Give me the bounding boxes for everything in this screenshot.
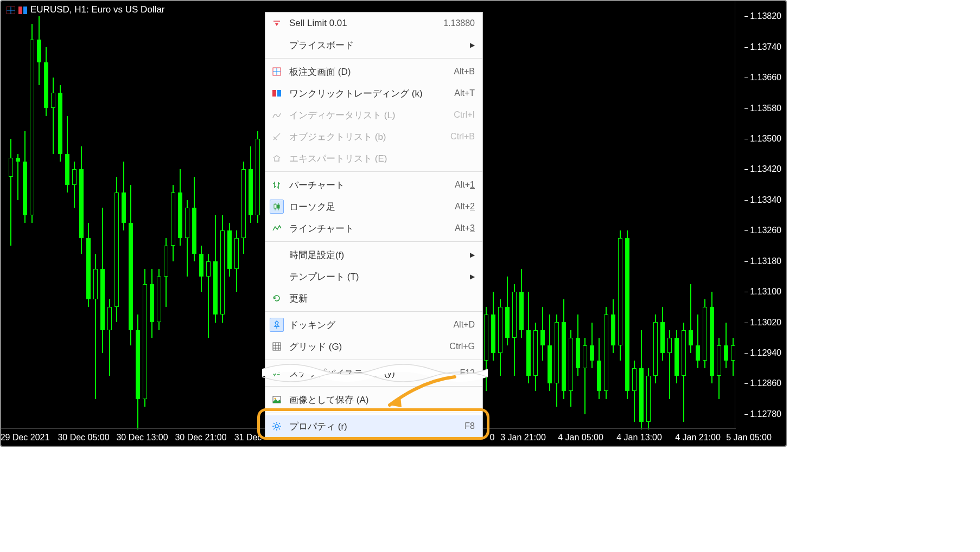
- gear-icon: [270, 419, 284, 433]
- menu-item-sell-limit[interactable]: Sell Limit 0.011.13880: [265, 12, 482, 34]
- menu-item-item1[interactable]: プライスボード▶: [265, 34, 482, 56]
- price-tick: 1.13340: [750, 195, 781, 205]
- time-tick: 5 Jan 05:00: [726, 433, 772, 442]
- menu-item-label: 板注文画面 (D): [289, 66, 447, 78]
- object-icon: [270, 130, 284, 144]
- menu-item-item14[interactable]: テンプレート (T)▶: [265, 266, 482, 287]
- submenu-arrow-icon: ▶: [470, 273, 475, 280]
- submenu-arrow-icon: ▶: [470, 251, 475, 259]
- menu-item-label: ローソク足: [289, 201, 448, 213]
- menu-item-label: エキスパートリスト (E): [289, 152, 475, 165]
- price-tick: 1.13180: [750, 256, 781, 266]
- menu-item-grid[interactable]: グリッド (G)Ctrl+G: [265, 336, 482, 357]
- candlestick: [136, 314, 140, 429]
- menu-separator: [265, 171, 482, 172]
- menu-item-shortcut: Alt+T: [454, 88, 475, 98]
- time-tick: 4 Jan 05:00: [558, 433, 603, 442]
- menu-item-label: 更新: [289, 292, 475, 305]
- candlestick: [129, 185, 133, 345]
- chart-window[interactable]: EURUSD, H1: Euro vs US Dollar 1.138201.1…: [0, 0, 787, 447]
- price-tick: 1.12860: [750, 378, 781, 388]
- menu-item-pin[interactable]: ドッキングAlt+D: [265, 314, 482, 336]
- menu-item-step[interactable]: ステップバイステップ (y)F12: [265, 362, 482, 384]
- menu-item-dom[interactable]: 板注文画面 (D)Alt+B: [265, 61, 482, 82]
- candlestick: [227, 223, 232, 277]
- menu-item-label: 画像として保存 (A): [289, 394, 475, 406]
- menu-item-oneclick[interactable]: ワンクリックトレーディング (k)Alt+T: [265, 82, 482, 104]
- candlestick: [604, 307, 608, 399]
- menu-separator: [265, 413, 482, 413]
- svg-rect-9: [272, 90, 276, 97]
- candlestick: [79, 146, 84, 254]
- menu-item-barchart[interactable]: バーチャートAlt+1: [265, 174, 482, 196]
- menu-item-label: グリッド (G): [289, 341, 443, 353]
- menu-item-label: ラインチャート: [289, 222, 448, 235]
- menu-item-label: ドッキング: [289, 319, 447, 331]
- menu-item-refresh[interactable]: 更新: [265, 287, 482, 309]
- chart-context-menu: Sell Limit 0.011.13880プライスボード▶板注文画面 (D)A…: [265, 12, 483, 438]
- menu-separator: [265, 58, 482, 59]
- candlestick: [632, 361, 637, 422]
- candlestick: [30, 24, 34, 223]
- price-tick: 1.13420: [750, 164, 781, 174]
- submenu-arrow-icon: ▶: [470, 41, 475, 49]
- candlestick: [44, 47, 48, 116]
- svg-rect-4: [23, 7, 27, 14]
- chart-title-text: EURUSD, H1: Euro vs US Dollar: [30, 4, 165, 15]
- candlestick: [58, 85, 62, 162]
- menu-item-label: Sell Limit 0.01: [289, 18, 437, 29]
- candlestick: [37, 16, 41, 85]
- sell-limit-icon: [270, 16, 284, 30]
- time-tick: 3 Jan 21:00: [500, 433, 546, 442]
- candlestick: [555, 314, 559, 406]
- candlestick: [16, 154, 20, 200]
- time-tick: 4 Jan 13:00: [616, 433, 662, 442]
- candlestick: [512, 284, 517, 376]
- grid-icon: [270, 339, 284, 354]
- svg-rect-20: [277, 205, 279, 208]
- dom-panel-icon: [7, 6, 15, 14]
- dom-icon: [270, 65, 284, 79]
- blank-icon: [270, 248, 284, 262]
- candlestick: [185, 200, 189, 277]
- candlestick: [256, 131, 260, 223]
- candlestick: [625, 230, 629, 399]
- svg-rect-28: [273, 371, 276, 375]
- menu-item-shortcut: Alt+3: [455, 223, 475, 233]
- menu-item-indicator: インディケータリスト (L)Ctrl+I: [265, 104, 482, 126]
- menu-item-shortcut: Ctrl+B: [450, 132, 475, 142]
- price-tick: 1.13020: [750, 318, 781, 328]
- candlestick: [717, 338, 721, 399]
- oneclick-panel-icon: [18, 6, 27, 14]
- svg-line-41: [279, 423, 280, 424]
- candlestick: [100, 208, 105, 353]
- menu-item-shortcut: F8: [464, 421, 475, 431]
- price-tick: 1.12780: [750, 409, 781, 419]
- time-tick: 30 Dec 05:00: [58, 433, 109, 442]
- candlestick: [178, 169, 182, 246]
- step-icon: [270, 366, 284, 380]
- candlestick: [660, 307, 665, 361]
- candlestick: [65, 116, 69, 192]
- menu-item-label: ステップバイステップ (y): [289, 367, 453, 380]
- menu-item-gear[interactable]: プロパティ (r)F8: [265, 415, 482, 437]
- menu-item-item13[interactable]: 時間足設定(f)▶: [265, 244, 482, 266]
- candlestick: [569, 330, 573, 407]
- candlestick: [597, 338, 601, 399]
- candlestick: [562, 299, 566, 399]
- menu-item-shortcut: F12: [460, 368, 475, 378]
- blank-icon: [270, 269, 284, 284]
- menu-item-linechart[interactable]: ラインチャートAlt+3: [265, 217, 482, 239]
- menu-item-candle[interactable]: ローソク足Alt+2: [265, 196, 482, 217]
- menu-item-saveimg[interactable]: 画像として保存 (A): [265, 389, 482, 410]
- menu-item-label: 時間足設定(f): [289, 249, 464, 261]
- candlestick: [519, 269, 524, 338]
- candlestick: [653, 314, 658, 383]
- menu-item-shortcut: 1.13880: [443, 18, 475, 28]
- candlestick: [703, 299, 707, 368]
- candlestick: [611, 299, 615, 353]
- price-axis[interactable]: 1.138201.137401.136601.135801.135001.134…: [735, 1, 786, 429]
- menu-separator: [265, 360, 482, 360]
- candlestick: [9, 139, 13, 246]
- blank-icon: [270, 38, 284, 52]
